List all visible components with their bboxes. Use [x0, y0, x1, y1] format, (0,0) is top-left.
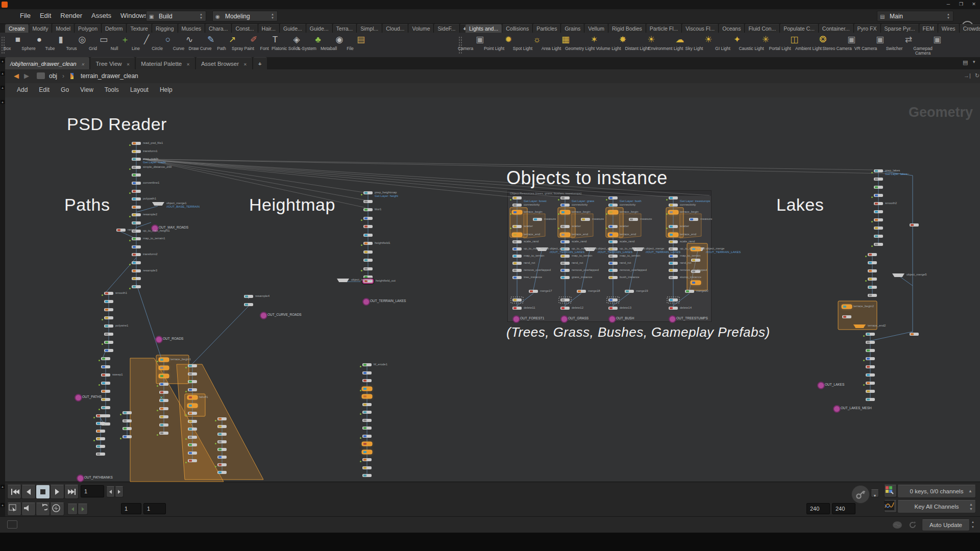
shelf-tab-crowds[interactable]: Crowds: [960, 24, 980, 33]
next-key-button[interactable]: [78, 504, 88, 515]
network-node[interactable]: [132, 182, 141, 185]
spinner-icon[interactable]: ▲▼: [945, 13, 951, 20]
null-output-node[interactable]: [608, 315, 616, 323]
network-node[interactable]: [910, 333, 919, 336]
network-node[interactable]: [874, 194, 883, 197]
shelf-tab-sidef[interactable]: SideF...: [434, 24, 459, 33]
range-end2-field[interactable]: 240: [832, 503, 855, 514]
network-node[interactable]: [244, 295, 253, 298]
network-node[interactable]: [101, 390, 110, 393]
spinner-icon[interactable]: ▲▼: [970, 519, 976, 530]
shelf-tool-portal-light[interactable]: ◫Portal Light: [780, 33, 808, 45]
network-node[interactable]: [608, 276, 618, 279]
network-node[interactable]: [533, 218, 542, 221]
shelf-tab-lights-and[interactable]: Lights and...: [465, 24, 502, 33]
network-node[interactable]: [104, 308, 113, 311]
network-node[interactable]: [363, 234, 373, 237]
network-node[interactable]: [362, 379, 372, 382]
play-reverse-button[interactable]: [21, 485, 36, 499]
network-node[interactable]: [188, 404, 197, 407]
null-output-node[interactable]: [833, 405, 841, 413]
shelf-tool-sphere[interactable]: ●Sphere: [29, 33, 50, 45]
network-node[interactable]: [866, 365, 875, 368]
shelf-tab-fluid-con[interactable]: Fluid Con...: [745, 24, 780, 33]
network-node[interactable]: [581, 218, 590, 221]
shelf-tool-gi-light[interactable]: ✦GI Light: [723, 33, 751, 45]
shelf-tab-guide[interactable]: Guide...: [306, 24, 333, 33]
pane-tab-obj-terrain-drawer-clean[interactable]: /obj/terrain_drawer_clean✕: [5, 57, 89, 69]
network-node[interactable]: [132, 158, 141, 161]
network-node[interactable]: [560, 307, 570, 310]
shelf-tool-stereo-camera[interactable]: ▣Stereo Camera: [837, 33, 866, 45]
network-node[interactable]: [244, 303, 253, 306]
null-output-node[interactable]: [362, 298, 370, 306]
network-node[interactable]: [669, 276, 678, 279]
shelf-tab-pyro-fx[interactable]: Pyro FX: [854, 24, 881, 33]
null-output-node[interactable]: [155, 336, 163, 343]
network-node[interactable]: [159, 391, 168, 394]
shelf-tab-grains[interactable]: Grains: [561, 24, 584, 33]
network-node[interactable]: [910, 223, 919, 227]
recook-icon[interactable]: [908, 520, 918, 530]
network-node[interactable]: [96, 437, 105, 440]
auto-key-button[interactable]: [851, 485, 870, 504]
null-output-node[interactable]: [560, 315, 568, 323]
network-menu-view[interactable]: View: [75, 83, 99, 96]
network-node[interactable]: [104, 316, 113, 319]
network-node[interactable]: [560, 276, 570, 279]
network-node[interactable]: [104, 300, 113, 303]
network-node[interactable]: [866, 341, 875, 344]
network-node[interactable]: [608, 255, 618, 258]
network-node[interactable]: [159, 358, 168, 361]
network-node[interactable]: [874, 202, 883, 205]
shelf-tab-vellum[interactable]: Vellum: [584, 24, 608, 33]
network-node[interactable]: [101, 398, 110, 401]
desktop-build-combo[interactable]: ▣ Build ▲▼: [146, 11, 206, 21]
network-node[interactable]: [866, 390, 875, 393]
network-node[interactable]: [866, 357, 875, 360]
desktop-modeling-combo[interactable]: ◉ Modeling ▲▼: [212, 11, 278, 21]
shelf-tab-particles[interactable]: Particles: [533, 24, 561, 33]
close-icon[interactable]: ✕: [186, 62, 190, 67]
shelf-tab-oceans[interactable]: Oceans: [719, 24, 745, 33]
network-node[interactable]: [132, 150, 141, 153]
network-node[interactable]: [132, 237, 141, 240]
network-node[interactable]: [188, 452, 197, 455]
network-node[interactable]: [868, 278, 877, 281]
network-node[interactable]: [132, 197, 141, 201]
network-node[interactable]: [217, 440, 227, 443]
network-node[interactable]: [188, 396, 197, 399]
network-node[interactable]: [188, 459, 197, 462]
network-node[interactable]: [669, 204, 678, 207]
shelf-tab-texture[interactable]: Texture: [127, 24, 152, 33]
network-node[interactable]: [362, 466, 372, 469]
shelf-tool-gamepad-camera[interactable]: ▣Gamepad Camera: [923, 33, 951, 45]
current-frame-field[interactable]: 1: [81, 485, 104, 497]
shelf-tab-collisions[interactable]: Collisions: [502, 24, 533, 33]
network-node[interactable]: [669, 240, 678, 243]
close-icon[interactable]: ✕: [127, 62, 130, 67]
range-end-field[interactable]: 240: [806, 503, 830, 514]
network-canvas[interactable]: [5, 97, 980, 482]
network-node[interactable]: [560, 269, 570, 272]
auto-key-options-button[interactable]: ▼: [871, 489, 879, 497]
network-node[interactable]: [842, 315, 851, 318]
network-node[interactable]: [101, 365, 110, 368]
null-output-node[interactable]: [512, 315, 520, 323]
network-node[interactable]: [691, 281, 700, 284]
shelf-tool-platonic-solids[interactable]: ◈Platonic Solids: [286, 33, 307, 45]
network-node[interactable]: [669, 298, 678, 302]
network-node[interactable]: [159, 374, 168, 378]
network-node[interactable]: [874, 243, 883, 246]
network-node[interactable]: [560, 204, 570, 207]
network-node[interactable]: [104, 324, 113, 328]
shelf-tab-particle-fl[interactable]: Particle Fl...: [646, 24, 682, 33]
shelf-tool-torus[interactable]: ◎Torus: [71, 33, 93, 45]
network-node[interactable]: [159, 423, 168, 427]
null-output-node[interactable]: [817, 382, 825, 389]
network-menu-add[interactable]: Add: [11, 83, 33, 96]
network-node[interactable]: [363, 225, 373, 228]
network-node[interactable]: [116, 229, 126, 232]
shelf-tab-deform[interactable]: Deform: [102, 24, 127, 33]
network-node[interactable]: [625, 290, 634, 293]
